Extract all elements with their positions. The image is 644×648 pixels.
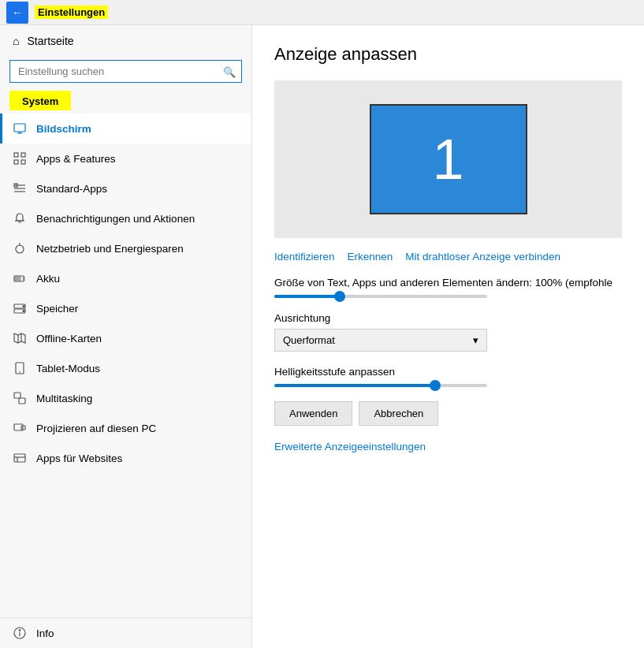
home-icon: ⌂ [13,35,19,47]
sidebar: ⌂ Startseite 🔍 System [0,25,252,648]
notification-icon [13,211,27,225]
svg-rect-32 [14,454,25,462]
sidebar-nav: Bildschirm Apps & Features [0,114,251,473]
section-label: System [0,89,251,114]
sidebar-item-label: Apps & Features [36,153,116,165]
sidebar-item-label: Bildschirm [36,123,91,135]
brightness-label: Helligkeitsstufe anpassen [274,366,622,378]
svg-marker-23 [14,333,25,343]
sidebar-search-container: 🔍 [9,60,242,83]
sidebar-item-benachrichtigungen[interactable]: Benachrichtigungen und Aktionen [0,203,251,233]
svg-rect-0 [14,124,25,132]
web-apps-icon [13,451,27,465]
svg-rect-6 [21,160,25,164]
action-buttons: Anwenden Abbrechen [274,401,622,426]
sidebar-item-apps-websites[interactable]: Apps für Websites [0,443,251,473]
multitasking-icon [13,391,27,405]
sidebar-home-label: Startseite [27,35,73,47]
search-icon: 🔍 [223,65,236,77]
scale-slider[interactable] [274,295,487,298]
wireless-link[interactable]: Mit drahtloser Anzeige verbinden [405,251,560,263]
default-apps-icon [13,181,27,196]
sidebar-item-label: Speicher [36,303,78,315]
orientation-value: Querformat [283,334,335,346]
cancel-button[interactable]: Abbrechen [359,401,438,426]
svg-point-22 [23,311,24,312]
brightness-slider-thumb[interactable] [430,380,441,391]
svg-rect-4 [21,153,25,157]
brightness-slider-fill [274,384,434,387]
chevron-down-icon: ▾ [473,334,478,346]
scale-label: Größe von Text, Apps und anderen Element… [274,277,622,289]
sidebar-item-tablet-modus[interactable]: Tablet-Modus [0,353,251,383]
display-preview: 1 [274,80,622,238]
titlebar: ← Einstellungen [0,0,644,25]
info-icon [13,626,27,640]
sidebar-item-projizieren[interactable]: Projizieren auf diesen PC [0,413,251,443]
app-title: Einstellungen [35,6,108,19]
sidebar-item-label: Info [36,628,54,639]
brightness-container: Helligkeitsstufe anpassen [274,366,622,387]
content-area: Anzeige anpassen 1 Identifizieren Erkenn… [252,25,644,648]
page-title: Anzeige anpassen [274,44,622,65]
svg-rect-18 [15,277,20,281]
display-icon [13,121,27,136]
sidebar-item-label: Offline-Karten [36,333,102,344]
scale-container: Größe von Text, Apps und anderen Element… [274,277,622,298]
main-layout: ⌂ Startseite 🔍 System [0,25,644,648]
storage-icon [13,301,27,315]
sidebar-item-info[interactable]: Info [0,618,251,648]
svg-point-37 [19,630,20,631]
svg-rect-28 [14,393,20,398]
project-icon [13,421,27,435]
tablet-icon [13,361,27,375]
sidebar-home[interactable]: ⌂ Startseite [0,25,251,57]
back-button[interactable]: ← [6,2,28,24]
orientation-label: Ausrichtung [274,312,622,324]
brightness-slider[interactable] [274,384,487,387]
sidebar-item-label: Akku [36,273,60,285]
offline-maps-icon [13,331,27,345]
sidebar-item-label: Netzbetrieb und Energiesparen [36,243,184,255]
sidebar-item-label: Multitasking [36,393,92,404]
power-icon [13,241,27,255]
apps-icon [13,151,27,166]
sidebar-item-label: Apps für Websites [36,452,122,464]
sidebar-item-netzbetrieb[interactable]: Netzbetrieb und Energiesparen [0,233,251,263]
erkennen-link[interactable]: Erkennen [348,251,393,263]
svg-point-21 [23,306,24,307]
svg-point-13 [16,245,24,253]
orientation-container: Ausrichtung Querformat ▾ [274,312,622,352]
sidebar-item-standard-apps[interactable]: Standard-Apps [0,173,251,203]
display-links-row: Identifizieren Erkennen Mit drahtloser A… [274,251,622,263]
sidebar-item-akku[interactable]: Akku [0,263,251,293]
apply-button[interactable]: Anwenden [274,401,352,426]
search-wrapper: 🔍 [9,60,242,83]
sidebar-item-speicher[interactable]: Speicher [0,293,251,323]
sidebar-item-label: Standard-Apps [36,183,107,195]
sidebar-item-label: Tablet-Modus [36,363,100,374]
sidebar-item-bildschirm[interactable]: Bildschirm [0,114,251,143]
search-input[interactable] [9,60,242,83]
scale-slider-fill [274,295,338,298]
sidebar-item-offline-karten[interactable]: Offline-Karten [0,323,251,353]
advanced-display-link[interactable]: Erweiterte Anzeigeeinstellungen [274,441,426,452]
sidebar-bottom: Info [0,617,251,648]
sidebar-item-multitasking[interactable]: Multitasking [0,383,251,413]
sidebar-item-label: Benachrichtigungen und Aktionen [36,213,195,225]
monitor-number: 1 [432,131,463,188]
svg-rect-5 [14,160,18,164]
monitor-box: 1 [370,104,527,214]
scale-slider-thumb[interactable] [334,291,345,302]
orientation-dropdown[interactable]: Querformat ▾ [274,329,487,352]
battery-icon [13,271,27,285]
identifizieren-link[interactable]: Identifizieren [274,251,335,263]
svg-rect-3 [14,153,18,157]
svg-rect-29 [19,398,25,404]
sidebar-item-label: Projizieren auf diesen PC [36,423,156,434]
back-arrow-icon: ← [12,6,23,19]
sidebar-item-apps-features[interactable]: Apps & Features [0,143,251,173]
